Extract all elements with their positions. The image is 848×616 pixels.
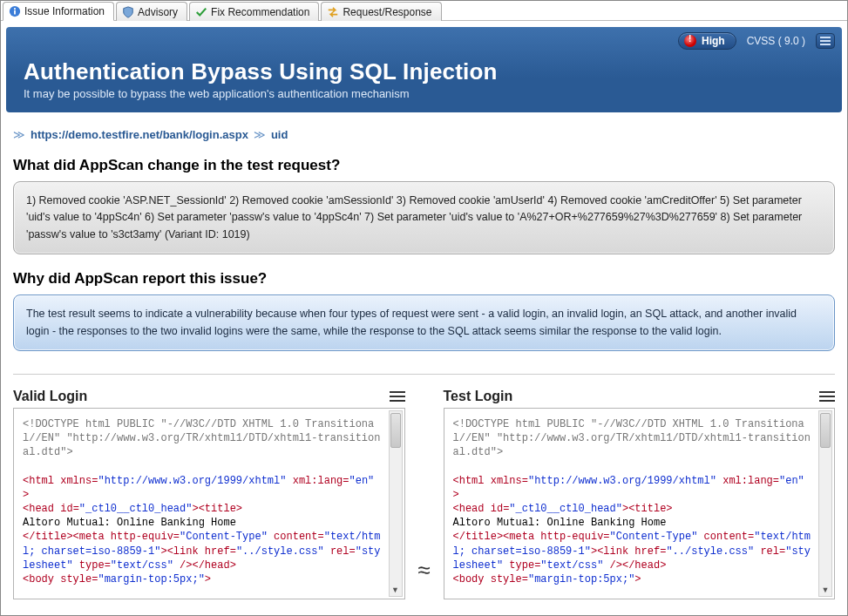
- approx-symbol: ≈: [405, 389, 444, 599]
- breadcrumb-url[interactable]: https://demo.testfire.net/bank/login.asp…: [31, 128, 248, 141]
- breadcrumb: ≫ https://demo.testfire.net/bank/login.a…: [13, 128, 835, 141]
- tab-label: Advisory: [138, 6, 178, 18]
- severity-pill[interactable]: High: [678, 32, 736, 50]
- column-title: Valid Login: [13, 389, 87, 404]
- test-login-code: <!DOCTYPE html PUBLIC "-//W3C//DTD XHTML…: [444, 408, 836, 599]
- chevron-icon: ≫: [13, 128, 25, 141]
- alert-icon: [684, 35, 696, 47]
- chevron-icon: ≫: [254, 128, 266, 141]
- check-icon: [195, 6, 207, 18]
- column-menu-icon[interactable]: [819, 391, 835, 402]
- issue-subtitle: It may be possible to bypass the web app…: [24, 87, 824, 100]
- tab-bar: Issue Information Advisory Fix Recommend…: [1, 1, 847, 21]
- content-scroll[interactable]: High CVSS ( 9.0 ) Authentication Bypass …: [1, 22, 847, 615]
- test-login-column: Test Login <!DOCTYPE html PUBLIC "-//W3C…: [444, 389, 836, 599]
- section-heading: Why did AppScan report this issue?: [13, 270, 835, 288]
- tab-label: Issue Information: [24, 5, 105, 17]
- column-menu-icon[interactable]: [390, 391, 405, 402]
- issue-banner: High CVSS ( 9.0 ) Authentication Bypass …: [6, 27, 842, 112]
- scroll-down-icon[interactable]: ▼: [390, 584, 402, 596]
- section-heading: What did AppScan change in the test requ…: [13, 157, 835, 174]
- tab-request-response[interactable]: Request/Response: [321, 2, 441, 21]
- cvss-score: CVSS ( 9.0 ): [747, 35, 805, 47]
- section-reason: Why did AppScan report this issue? The t…: [13, 270, 835, 351]
- tab-issue-information[interactable]: Issue Information: [3, 2, 114, 21]
- breadcrumb-param[interactable]: uid: [271, 128, 288, 141]
- scroll-thumb[interactable]: [820, 413, 831, 448]
- tab-label: Request/Response: [343, 6, 431, 18]
- code-content: <!DOCTYPE html PUBLIC "-//W3C//DTD XHTML…: [453, 417, 831, 586]
- section-changes: What did AppScan change in the test requ…: [13, 157, 835, 254]
- scroll-down-icon[interactable]: ▼: [819, 584, 831, 596]
- tab-advisory[interactable]: Advisory: [116, 2, 187, 21]
- divider-line: [13, 374, 835, 375]
- severity-label: High: [702, 35, 725, 47]
- comparison-columns: Valid Login <!DOCTYPE html PUBLIC "-//W3…: [13, 389, 835, 599]
- scroll-thumb[interactable]: [390, 413, 401, 448]
- tab-label: Fix Recommendation: [211, 6, 309, 18]
- banner-menu-button[interactable]: [816, 33, 835, 49]
- svg-rect-1: [14, 10, 16, 15]
- info-icon: [9, 5, 21, 17]
- changes-box: 1) Removed cookie 'ASP.NET_SessionId' 2)…: [13, 181, 835, 254]
- reason-box: The test result seems to indicate a vuln…: [13, 294, 835, 351]
- arrows-icon: [327, 6, 339, 18]
- issue-title: Authentication Bypass Using SQL Injectio…: [24, 58, 824, 85]
- svg-point-2: [14, 8, 16, 10]
- column-title: Test Login: [444, 389, 513, 404]
- code-scrollbar[interactable]: ▲ ▼: [389, 410, 403, 597]
- code-scrollbar[interactable]: ▲ ▼: [818, 410, 832, 597]
- valid-login-column: Valid Login <!DOCTYPE html PUBLIC "-//W3…: [13, 389, 405, 599]
- valid-login-code: <!DOCTYPE html PUBLIC "-//W3C//DTD XHTML…: [13, 408, 405, 599]
- shield-icon: [122, 6, 134, 18]
- code-content: <!DOCTYPE html PUBLIC "-//W3C//DTD XHTML…: [23, 417, 401, 586]
- tab-fix-recommendation[interactable]: Fix Recommendation: [189, 2, 319, 21]
